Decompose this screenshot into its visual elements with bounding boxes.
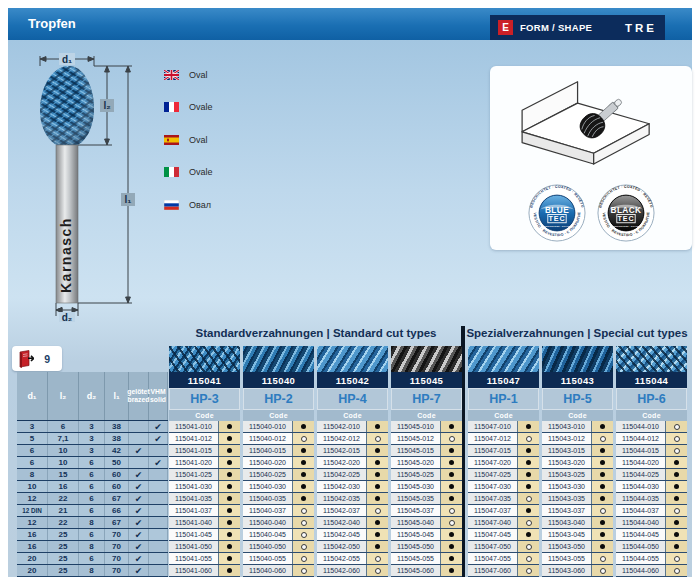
dim-cell: 10 <box>48 445 79 456</box>
product-row: 115041-030 <box>169 481 240 493</box>
product-column-115045: 115045-010115045-012115045-015115045-020… <box>391 421 462 577</box>
product-texture-115043 <box>542 346 613 372</box>
brazed-cell <box>129 457 149 468</box>
language-item: Овал <box>164 194 213 215</box>
dim-row: 2025670✔ <box>17 553 168 565</box>
dim-cell: 12 <box>17 493 48 504</box>
availability-dot-open <box>526 544 532 550</box>
dot-cell <box>219 457 240 468</box>
product-row: 115044-060 <box>616 565 687 577</box>
brazed-cell: ✔ <box>129 481 149 492</box>
product-row: 115042-060 <box>317 565 388 577</box>
availability-dot-filled <box>526 472 531 477</box>
vhm-cell <box>149 517 168 528</box>
dim-cell: 5 <box>17 433 48 444</box>
product-texture-115042 <box>317 346 388 372</box>
availability-dot-filled <box>600 460 605 465</box>
dim-cell: 67 <box>105 493 129 504</box>
dim-header-vhm: VHMsolid <box>149 372 168 420</box>
availability-dot-open <box>600 568 606 574</box>
code-cell: 115047-037 <box>468 505 518 516</box>
coating-badges: BESCHICHTET · COATED · REVÊTU RIVESTITO … <box>490 184 692 242</box>
product-row: 115042-040 <box>317 517 388 529</box>
dim-row: 1625670✔ <box>17 529 168 541</box>
dot-cell <box>518 493 539 504</box>
dot-cell <box>666 445 687 456</box>
availability-dot-open <box>674 448 680 454</box>
product-row: 115045-060 <box>391 565 462 577</box>
dim-row: 610342✔ <box>17 445 168 457</box>
brazed-cell: ✔ <box>129 529 149 540</box>
language-item: Oval <box>164 129 213 150</box>
availability-dot-filled <box>674 460 679 465</box>
dim-cell: 60 <box>105 469 129 480</box>
dot-cell <box>367 457 388 468</box>
form-shape-box: E FORM / SHAPE TRE <box>490 15 665 40</box>
code-cell: 115044-037 <box>616 505 666 516</box>
product-row: 115043-045 <box>542 529 613 541</box>
availability-dot-filled <box>227 544 232 549</box>
vhm-cell <box>149 505 168 516</box>
catalog-icon <box>18 350 34 368</box>
availability-dot-open <box>526 496 532 502</box>
product-cut-type-115040: HP-2 <box>243 388 314 410</box>
dot-cell <box>367 481 388 492</box>
code-cell: 115043-035 <box>542 493 592 504</box>
availability-dot-open <box>301 436 307 442</box>
availability-dot-filled <box>449 556 454 561</box>
product-row: 115040-025 <box>243 469 314 481</box>
code-cell: 115040-037 <box>243 505 293 516</box>
dot-cell <box>367 565 388 576</box>
product-row: 115042-010 <box>317 421 388 433</box>
application-illustration <box>506 74 676 169</box>
product-cut-type-115043: HP-5 <box>542 388 613 410</box>
dot-cell <box>518 541 539 552</box>
product-row: 115043-030 <box>542 481 613 493</box>
product-row: 115040-010 <box>243 421 314 433</box>
product-row: 115042-050 <box>317 541 388 553</box>
code-cell: 115044-035 <box>616 493 666 504</box>
product-row: 115043-035 <box>542 493 613 505</box>
code-cell: 115045-060 <box>391 565 441 576</box>
section-title-special: Spezialverzahnungen | Special cut types <box>466 327 688 343</box>
dim-header-vhm-line2: solid <box>150 396 166 404</box>
product-row: 115040-015 <box>243 445 314 457</box>
code-cell: 115045-037 <box>391 505 441 516</box>
dot-cell <box>367 505 388 516</box>
code-cell: 115041-035 <box>169 493 219 504</box>
dot-cell <box>219 517 240 528</box>
vhm-cell <box>149 493 168 504</box>
brazed-cell: ✔ <box>129 469 149 480</box>
availability-dot-filled <box>375 544 380 549</box>
product-number-115042: 115042 <box>317 372 388 388</box>
dim-cell: 10 <box>48 457 79 468</box>
product-row: 115042-012 <box>317 433 388 445</box>
dot-cell <box>441 517 462 528</box>
availability-dot-filled <box>526 460 531 465</box>
code-cell: 115042-045 <box>317 529 367 540</box>
dot-cell <box>441 457 462 468</box>
availability-dot-filled <box>227 472 232 477</box>
dot-cell <box>592 517 613 528</box>
dot-cell <box>367 529 388 540</box>
dot-cell <box>219 505 240 516</box>
product-row: 115040-035 <box>243 493 314 505</box>
availability-dot-open <box>449 520 455 526</box>
dot-cell <box>518 445 539 456</box>
code-cell: 115047-025 <box>468 469 518 480</box>
product-row: 115042-030 <box>317 481 388 493</box>
application-box: BESCHICHTET · COATED · REVÊTU RIVESTITO … <box>490 66 692 250</box>
language-item: Ovale <box>164 162 213 183</box>
availability-dot-filled <box>375 424 380 429</box>
product-row: 115040-050 <box>243 541 314 553</box>
product-texture-115041 <box>169 346 240 372</box>
product-row: 115047-060 <box>468 565 539 577</box>
page-ref-number: 9 <box>44 353 50 365</box>
brazed-cell: ✔ <box>129 505 149 516</box>
product-row: 115045-035 <box>391 493 462 505</box>
svg-text:BLUE: BLUE <box>544 205 568 215</box>
checkmark-icon: ✔ <box>135 506 143 516</box>
dot-cell <box>293 505 314 516</box>
code-cell: 115047-015 <box>468 445 518 456</box>
dot-cell <box>367 433 388 444</box>
